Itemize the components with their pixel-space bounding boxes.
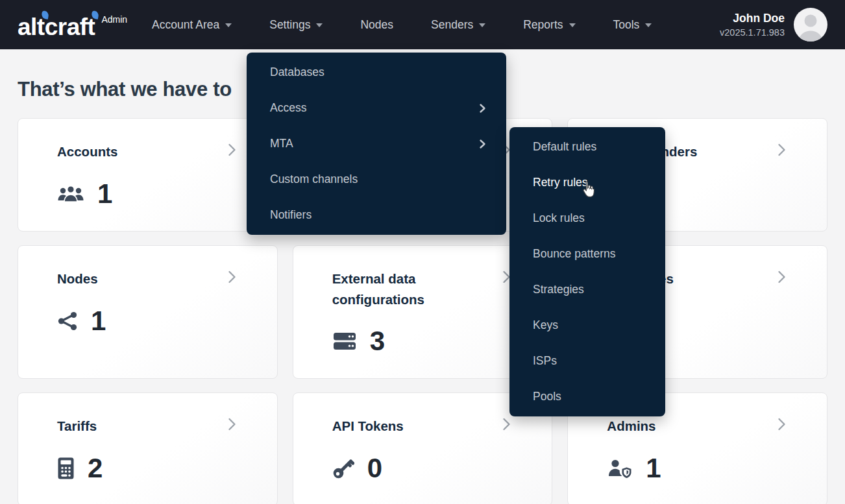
chevron-down-icon	[645, 23, 652, 27]
card-title: Tariffs	[57, 416, 97, 437]
submenu-item-isps[interactable]: ISPs	[509, 343, 665, 379]
menu-item-notifiers[interactable]: Notifiers	[247, 197, 506, 233]
card-title: Admins	[607, 416, 655, 437]
card-count: 2	[88, 455, 103, 482]
card-title: API Tokens	[332, 416, 404, 437]
card-count: 1	[97, 180, 112, 208]
chevron-right-icon	[478, 103, 487, 114]
menu-item-access[interactable]: Access	[247, 90, 506, 126]
chevron-right-icon	[225, 417, 238, 431]
admin-badge: Admin	[101, 14, 127, 25]
chevron-right-icon	[500, 417, 513, 431]
nav-item-account-area[interactable]: Account Area	[152, 18, 232, 32]
submenu-item-default-rules[interactable]: Default rules	[509, 129, 665, 165]
server-icon	[332, 331, 357, 351]
person-silhouette-icon	[794, 8, 827, 42]
nav-item-reports[interactable]: Reports	[523, 18, 575, 32]
top-navbar: altcraft Admin Account Area Settings Nod…	[0, 0, 845, 49]
menu-item-custom-channels[interactable]: Custom channels	[247, 162, 506, 197]
card-count: 0	[367, 455, 382, 482]
chevron-down-icon	[225, 23, 232, 27]
altcraft-logo[interactable]: altcraft Admin	[18, 13, 127, 37]
nav-item-tools[interactable]: Tools	[613, 18, 652, 32]
card-title: Accounts	[57, 141, 117, 162]
card-tariffs[interactable]: Tariffs 2	[18, 392, 278, 504]
submenu-item-pools[interactable]: Pools	[509, 379, 665, 414]
chevron-down-icon	[479, 23, 485, 27]
user-shield-icon	[607, 458, 633, 479]
chevron-right-icon	[775, 270, 788, 284]
nav-item-settings[interactable]: Settings	[269, 18, 323, 32]
key-icon	[332, 457, 354, 479]
chevron-right-icon	[775, 143, 788, 157]
menu-item-databases[interactable]: Databases	[247, 54, 506, 90]
chevron-right-icon	[225, 143, 238, 157]
submenu-item-strategies[interactable]: Strategies	[509, 272, 665, 307]
card-count: 3	[370, 328, 385, 355]
card-accounts[interactable]: Accounts 1	[18, 118, 278, 232]
chevron-right-icon	[225, 270, 238, 284]
chevron-right-icon	[775, 417, 788, 431]
chevron-right-icon	[478, 139, 487, 149]
card-nodes[interactable]: Nodes 1	[18, 245, 278, 379]
user-block[interactable]: John Doe v2025.1.71.983	[720, 8, 827, 42]
menu-item-mta[interactable]: MTA	[247, 126, 506, 162]
users-icon	[57, 184, 84, 204]
chevron-down-icon	[316, 23, 323, 27]
card-count: 1	[646, 455, 661, 482]
chevron-down-icon	[569, 23, 576, 27]
share-icon	[57, 311, 78, 331]
submenu-item-keys[interactable]: Keys	[509, 307, 665, 343]
submenu-item-lock-rules[interactable]: Lock rules	[509, 200, 665, 236]
submenu-item-bounce-patterns[interactable]: Bounce patterns	[509, 236, 665, 272]
submenu-item-retry-rules[interactable]: Retry rules	[509, 165, 665, 200]
logo-text: altcraft	[18, 15, 95, 39]
app-version: v2025.1.71.983	[720, 27, 785, 38]
nav-item-senders[interactable]: Senders	[431, 18, 485, 32]
card-title: External data configurations	[332, 269, 488, 310]
card-count: 1	[91, 307, 106, 335]
nav-item-nodes[interactable]: Nodes	[360, 18, 393, 32]
mta-submenu: Default rules Retry rules Lock rules Bou…	[509, 127, 665, 416]
main-nav: Account Area Settings Nodes Senders Repo…	[152, 18, 652, 32]
user-name: John Doe	[720, 12, 785, 25]
settings-dropdown-menu: Databases Access MTA Custom channels Not…	[247, 53, 506, 235]
calculator-icon	[57, 457, 75, 480]
card-title: Nodes	[57, 269, 98, 289]
avatar[interactable]	[794, 8, 827, 42]
